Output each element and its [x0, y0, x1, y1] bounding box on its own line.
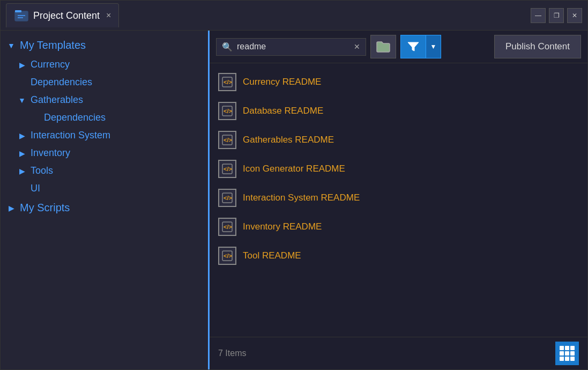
toolbar: 🔍 ✕ ▼ Publish	[210, 31, 587, 63]
minimize-button[interactable]: —	[531, 8, 546, 23]
svg-text:</>: </>	[224, 195, 232, 201]
tools-arrow: ▶	[17, 166, 27, 176]
folder-button[interactable]	[370, 35, 396, 58]
svg-text:</>: </>	[224, 224, 232, 230]
grid-view-button[interactable]	[555, 342, 579, 365]
file-icon: </>	[218, 102, 236, 120]
grid-icon	[560, 346, 575, 361]
filter-button[interactable]: ▼	[400, 35, 441, 58]
sidebar-item-dependencies[interactable]: Dependencies	[1, 73, 208, 91]
item-label: Gatherables README	[243, 135, 334, 145]
dependencies-label: Dependencies	[31, 77, 92, 88]
project-icon	[14, 8, 29, 23]
title-bar: Project Content × — ❐ ✕	[1, 1, 587, 31]
items-count: 7 Items	[218, 349, 246, 358]
file-icon: </>	[218, 189, 236, 207]
item-label: Inventory README	[243, 221, 322, 232]
search-input[interactable]	[237, 42, 349, 51]
file-icon: </>	[218, 247, 236, 265]
window-controls: — ❐ ✕	[531, 8, 582, 23]
list-item[interactable]: </> Inventory README	[210, 212, 587, 241]
content-list: </> Currency README </> Database README	[210, 63, 587, 337]
close-window-button[interactable]: ✕	[567, 8, 582, 23]
list-item[interactable]: </> Interaction System README	[210, 183, 587, 212]
search-clear-button[interactable]: ✕	[354, 42, 360, 51]
my-templates-arrow: ▼	[6, 40, 17, 51]
close-tab-button[interactable]: ×	[106, 11, 111, 20]
gatherables-label: Gatherables	[31, 94, 83, 106]
my-scripts-arrow: ▶	[6, 203, 17, 213]
svg-rect-1	[15, 10, 21, 12]
file-icon: </>	[218, 160, 236, 178]
filter-main	[401, 35, 426, 58]
svg-text:</>: </>	[224, 79, 232, 85]
svg-text:</>: </>	[224, 108, 232, 114]
inventory-arrow: ▶	[17, 148, 27, 159]
gatherables-deps-label: Dependencies	[44, 112, 106, 123]
ui-label: UI	[31, 183, 40, 194]
interaction-system-label: Interaction System	[31, 130, 110, 141]
interaction-system-arrow: ▶	[17, 130, 27, 141]
right-panel: 🔍 ✕ ▼ Publish	[210, 31, 587, 369]
sidebar-item-tools[interactable]: ▶ Tools	[1, 162, 208, 180]
currency-arrow: ▶	[17, 60, 27, 70]
sidebar: ▼ My Templates ▶ Currency Dependencies ▼…	[1, 31, 210, 369]
publish-content-button[interactable]: Publish Content	[494, 35, 581, 58]
sidebar-item-ui[interactable]: UI	[1, 180, 208, 197]
svg-rect-0	[15, 11, 28, 21]
my-templates-label: My Templates	[20, 39, 86, 51]
list-item[interactable]: </> Icon Generator README	[210, 154, 587, 183]
gatherables-arrow: ▼	[17, 95, 27, 106]
title-tab[interactable]: Project Content ×	[6, 3, 119, 27]
sidebar-item-currency[interactable]: ▶ Currency	[1, 56, 208, 73]
search-icon: 🔍	[222, 42, 233, 52]
filter-dropdown-arrow[interactable]: ▼	[426, 35, 441, 58]
currency-label: Currency	[31, 59, 70, 70]
status-bar: 7 Items	[210, 337, 587, 369]
my-templates-section[interactable]: ▼ My Templates	[1, 35, 208, 56]
list-item[interactable]: </> Gatherables README	[210, 125, 587, 154]
sidebar-item-gatherables[interactable]: ▼ Gatherables	[1, 91, 208, 109]
my-scripts-label: My Scripts	[20, 202, 70, 214]
main-window: Project Content × — ❐ ✕ ▼ My Templates ▶…	[0, 0, 588, 370]
item-label: Database README	[243, 106, 323, 116]
sidebar-item-interaction-system[interactable]: ▶ Interaction System	[1, 127, 208, 144]
svg-text:</>: </>	[224, 137, 232, 143]
sidebar-item-inventory[interactable]: ▶ Inventory	[1, 144, 208, 162]
restore-button[interactable]: ❐	[549, 8, 564, 23]
inventory-label: Inventory	[31, 147, 70, 159]
search-box: 🔍 ✕	[216, 38, 366, 56]
item-label: Tool README	[243, 250, 301, 261]
item-label: Interaction System README	[243, 193, 360, 203]
list-item[interactable]: </> Currency README	[210, 68, 587, 97]
my-scripts-section[interactable]: ▶ My Scripts	[1, 197, 208, 218]
svg-text:</>: </>	[224, 166, 232, 172]
file-icon: </>	[218, 131, 236, 149]
sidebar-item-gatherables-deps[interactable]: Dependencies	[1, 109, 208, 127]
file-icon: </>	[218, 218, 236, 236]
svg-text:</>: </>	[224, 253, 232, 259]
main-area: ▼ My Templates ▶ Currency Dependencies ▼…	[1, 31, 587, 369]
window-title: Project Content	[33, 10, 100, 21]
item-label: Currency README	[243, 77, 321, 87]
list-item[interactable]: </> Database README	[210, 97, 587, 125]
list-item[interactable]: </> Tool README	[210, 241, 587, 270]
item-label: Icon Generator README	[243, 164, 345, 174]
file-icon: </>	[218, 73, 236, 91]
tools-label: Tools	[31, 165, 53, 176]
